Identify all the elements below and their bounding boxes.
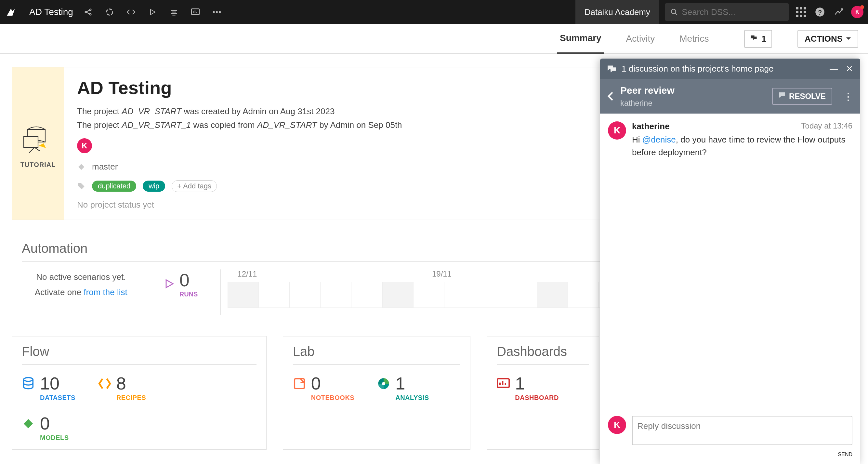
project-status: No project status yet xyxy=(77,200,668,210)
branch-name[interactable]: master xyxy=(92,162,118,172)
stat-dashboard[interactable]: 1DASHBOARD xyxy=(497,375,559,402)
dashboards-panel: Dashboards 1DASHBOARD xyxy=(487,336,599,450)
runs-number: 0 xyxy=(180,269,198,291)
analysis-icon xyxy=(377,377,390,390)
svg-point-6 xyxy=(216,11,218,13)
discussion-messages: K katherine Today at 13:46 Hi @denise, d… xyxy=(600,114,860,409)
svg-rect-11 xyxy=(79,164,84,170)
discussion-header: 1 discussion on this project's home page… xyxy=(600,59,860,79)
tag-wip[interactable]: wip xyxy=(143,181,165,192)
add-tags-button[interactable]: + Add tags xyxy=(172,180,217,192)
notebooks-icon xyxy=(293,377,306,390)
owner-avatar[interactable]: K xyxy=(77,138,92,153)
tutorial-icon xyxy=(20,119,56,154)
svg-text:?: ? xyxy=(818,9,822,16)
tags-row: duplicated wip + Add tags xyxy=(77,180,668,192)
project-name[interactable]: AD Testing xyxy=(29,7,73,17)
search-input[interactable] xyxy=(682,7,783,17)
actions-label: ACTIONS xyxy=(805,34,843,44)
discussion-topic-header: Peer review katherine RESOLVE ⋮ xyxy=(600,79,860,114)
reply-input[interactable] xyxy=(632,416,852,445)
send-button[interactable]: SEND xyxy=(838,452,852,458)
project-description: The project AD_VR_START was created by A… xyxy=(77,105,668,132)
chevron-down-icon xyxy=(846,37,851,40)
play-icon[interactable] xyxy=(146,5,159,19)
help-icon[interactable]: ? xyxy=(813,5,827,19)
project-thumbnail: TUTORIAL xyxy=(12,67,64,220)
search-icon xyxy=(670,8,678,16)
stat-recipes[interactable]: 8RECIPES xyxy=(98,375,146,402)
stack-icon[interactable] xyxy=(167,5,180,19)
academy-link[interactable]: Dataiku Academy xyxy=(576,0,659,24)
close-icon[interactable]: ✕ xyxy=(846,64,853,74)
apps-icon[interactable] xyxy=(795,5,808,19)
branch-row: master xyxy=(77,162,668,172)
discussions-button[interactable]: 1 xyxy=(744,30,772,48)
tab-summary[interactable]: Summary xyxy=(557,24,604,54)
discussion-title: 1 discussion on this project's home page xyxy=(622,64,773,74)
timeline-date: 12/11 xyxy=(237,269,257,279)
svg-point-8 xyxy=(671,9,676,14)
discussion-topic: Peer review xyxy=(620,85,675,96)
datasets-icon xyxy=(22,377,35,390)
more-icon[interactable] xyxy=(210,5,223,19)
chat-icon xyxy=(750,35,758,42)
actions-button[interactable]: ACTIONS xyxy=(798,30,858,48)
project-tabs-bar: Summary Activity Metrics 1 ACTIONS xyxy=(0,24,868,54)
svg-point-1 xyxy=(90,9,91,11)
svg-point-5 xyxy=(213,11,215,13)
discussion-author: katherine xyxy=(620,98,675,108)
svg-point-2 xyxy=(90,14,91,15)
kebab-icon[interactable]: ⋮ xyxy=(843,91,853,102)
lab-heading: Lab xyxy=(293,344,461,365)
share-icon[interactable] xyxy=(82,5,95,19)
mention[interactable]: @denise xyxy=(642,135,676,144)
automation-empty-text: No active scenarios yet. Activate one fr… xyxy=(22,269,141,300)
chat-icon xyxy=(607,65,616,73)
svg-point-7 xyxy=(219,11,221,13)
dashboard-icon[interactable] xyxy=(189,5,202,19)
tab-metrics[interactable]: Metrics xyxy=(677,24,711,53)
global-search[interactable] xyxy=(665,3,789,21)
dashboard-icon xyxy=(497,377,510,390)
trend-icon[interactable] xyxy=(832,5,845,19)
svg-point-18 xyxy=(24,378,33,381)
minimize-icon[interactable]: — xyxy=(830,64,838,74)
play-outline-icon xyxy=(163,278,175,290)
lab-panel: Lab 0NOTEBOOKS 1ANALYSIS xyxy=(283,336,471,450)
notification-dot-icon xyxy=(860,5,864,9)
resolve-icon xyxy=(779,92,786,98)
stat-datasets[interactable]: 10DATASETS xyxy=(22,375,75,402)
back-icon[interactable] xyxy=(607,91,614,101)
flow-heading: Flow xyxy=(22,344,256,365)
from-list-link[interactable]: from the list xyxy=(84,287,127,297)
svg-rect-19 xyxy=(24,419,33,428)
thumbnail-label: TUTORIAL xyxy=(21,161,56,169)
code-icon[interactable] xyxy=(125,5,137,19)
stat-notebooks[interactable]: 0NOTEBOOKS xyxy=(293,375,354,402)
tag-duplicated[interactable]: duplicated xyxy=(92,181,136,192)
tab-activity[interactable]: Activity xyxy=(623,24,658,53)
flow-icon[interactable] xyxy=(103,5,116,19)
stat-analysis[interactable]: 1ANALYSIS xyxy=(377,375,429,402)
tag-icon xyxy=(77,182,86,190)
svg-point-3 xyxy=(106,9,113,15)
dashboards-heading: Dashboards xyxy=(497,344,589,365)
resolve-button[interactable]: RESOLVE xyxy=(772,88,832,105)
resolve-label: RESOLVE xyxy=(789,92,826,101)
top-navbar: AD Testing Dataiku Academy ? K xyxy=(0,0,868,24)
message: K katherine Today at 13:46 Hi @denise, d… xyxy=(608,121,852,159)
timeline-date: 19/11 xyxy=(432,269,452,279)
my-avatar: K xyxy=(608,416,626,434)
dataiku-logo-icon[interactable] xyxy=(5,5,18,19)
project-title: AD Testing xyxy=(77,77,668,98)
runs-label: RUNS xyxy=(180,291,198,298)
user-avatar[interactable]: K xyxy=(851,6,863,18)
message-time: Today at 13:46 xyxy=(801,121,852,132)
stat-models[interactable]: 0MODELS xyxy=(22,414,256,441)
message-text: Hi @denise, do you have time to review t… xyxy=(632,134,852,159)
recipes-icon xyxy=(98,377,111,390)
discussion-panel: 1 discussion on this project's home page… xyxy=(600,59,860,464)
svg-point-0 xyxy=(85,11,87,13)
message-avatar: K xyxy=(608,121,626,140)
